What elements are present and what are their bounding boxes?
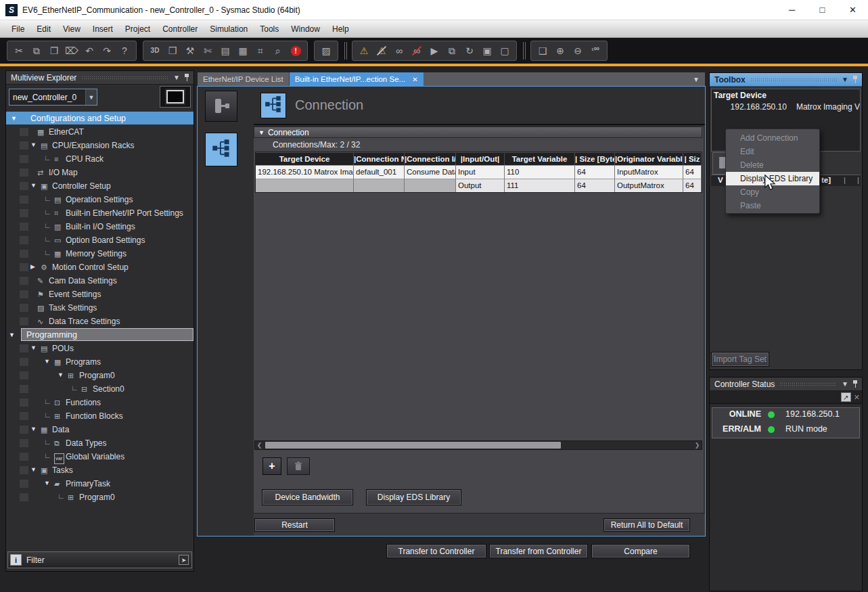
table-row[interactable]: 192.168.250.10 Matrox Imadefault_001Cons… bbox=[256, 165, 702, 179]
tree-item-built-in-i-o-settings[interactable]: ∟▥Built-in I/O Settings bbox=[6, 220, 193, 233]
chevron-down-icon[interactable]: ▼ bbox=[842, 380, 848, 388]
tree-item-tasks[interactable]: ▼▣Tasks bbox=[6, 463, 193, 477]
scrollbar-track[interactable] bbox=[264, 442, 693, 449]
tree-item-task-settings[interactable]: ▨Task Settings bbox=[6, 301, 193, 315]
expand-open-icon[interactable]: ▼ bbox=[30, 466, 37, 473]
tree-item-section0[interactable]: ∟⊟Section0 bbox=[6, 382, 193, 396]
menu-simulation[interactable]: Simulation bbox=[204, 20, 254, 37]
tree-item-programs[interactable]: ▼▦Programs bbox=[6, 355, 193, 369]
connection-section-header[interactable]: ▼ Connection bbox=[254, 127, 702, 138]
menu-file[interactable]: File bbox=[5, 20, 30, 37]
table-cell[interactable]: 192.168.250.10 Matrox Ima bbox=[256, 165, 354, 179]
target-device-item[interactable]: 192.168.250.10 Matrox Imaging V bbox=[712, 102, 860, 112]
start-monitoring-icon[interactable]: ∞ bbox=[390, 42, 408, 60]
chevron-down-icon[interactable]: ▼ bbox=[842, 76, 848, 83]
table-cell[interactable]: 64 bbox=[575, 179, 615, 192]
tree-item-pous[interactable]: ▼▤POUs bbox=[6, 342, 193, 355]
expand-open-icon[interactable]: ▼ bbox=[30, 141, 37, 148]
table-cell[interactable]: default_001 bbox=[354, 165, 405, 179]
transfer-from-controller-icon[interactable]: ▢ bbox=[496, 42, 513, 60]
device-bandwidth-button[interactable]: Device Bandwidth bbox=[262, 489, 353, 505]
tree-item-option-board-settings[interactable]: ∟▭Option Board Settings bbox=[6, 233, 193, 247]
menu-view[interactable]: View bbox=[57, 20, 87, 37]
expand-closed-icon[interactable]: ▶ bbox=[30, 263, 35, 270]
tree-item-i-o-map[interactable]: ⇄I/O Map bbox=[6, 166, 193, 179]
menu-project[interactable]: Project bbox=[119, 20, 156, 37]
popout-icon[interactable]: ↗ bbox=[841, 392, 851, 402]
return-all-to-default-button[interactable]: Return All to Default bbox=[603, 518, 690, 532]
tag-set-view-button[interactable] bbox=[205, 91, 237, 122]
go-online-icon[interactable]: ⚠ bbox=[355, 42, 373, 60]
tree-item-event-settings[interactable]: ⚑Event Settings bbox=[6, 288, 193, 301]
zoom-fit-icon[interactable]: ❑ bbox=[534, 42, 551, 60]
tree-item-controller-setup[interactable]: ▼▣Controller Setup bbox=[6, 179, 193, 193]
tab-built-in-ethernet-ip-ection-se[interactable]: Built-in EtherNet/IP...ection Se...✕ bbox=[290, 72, 424, 86]
scrollbar-thumb[interactable] bbox=[265, 442, 561, 449]
zoom-out-icon[interactable]: ⊖ bbox=[569, 42, 587, 60]
table-cell[interactable]: 64 bbox=[683, 179, 702, 192]
table-cell[interactable]: OutputMatrox bbox=[615, 179, 683, 192]
tree-item-global-variables[interactable]: ∟varGlobal Variables bbox=[6, 450, 193, 463]
tree-item-cpu-expansion-racks[interactable]: ▼▤CPU/Expansion Racks bbox=[6, 139, 193, 152]
variable-manager-icon[interactable]: ▨ bbox=[317, 42, 335, 60]
table-cell[interactable] bbox=[354, 179, 405, 192]
expand-open-icon[interactable]: ▼ bbox=[30, 182, 37, 189]
table-cell[interactable]: 64 bbox=[683, 165, 702, 179]
tree-item-motion-control-setup[interactable]: ▶⚙Motion Control Setup bbox=[6, 260, 193, 274]
search-icon[interactable]: ⌕ bbox=[269, 42, 287, 60]
tree-item-cam-data-settings[interactable]: ✎Cam Data Settings bbox=[6, 274, 193, 288]
help-icon[interactable]: ? bbox=[116, 42, 133, 60]
io-monitor-icon[interactable]: ▦ bbox=[234, 42, 252, 60]
table-cell[interactable] bbox=[256, 179, 354, 192]
tree-item-function-blocks[interactable]: ∟⊞Function Blocks bbox=[6, 409, 193, 423]
minimize-button[interactable]: ─ bbox=[777, 0, 807, 20]
pin-icon[interactable] bbox=[852, 380, 859, 388]
add-connection-button[interactable]: + bbox=[262, 457, 281, 475]
expand-open-icon[interactable]: ▼ bbox=[44, 480, 50, 486]
display-eds-library-button[interactable]: Display EDS Library bbox=[366, 489, 461, 505]
delete-connection-button[interactable] bbox=[287, 457, 310, 475]
table-cell[interactable]: 111 bbox=[505, 179, 575, 192]
maximize-button[interactable]: □ bbox=[807, 0, 838, 20]
tree-item-cpu-rack[interactable]: ∟≡CPU Rack bbox=[6, 152, 193, 166]
chevron-down-icon[interactable]: ▼ bbox=[173, 74, 180, 81]
tree-item-built-in-ethernet-ip-port-settings[interactable]: ∟⌗Built-in EtherNet/IP Port Settings bbox=[6, 206, 193, 220]
menu-controller[interactable]: Controller bbox=[156, 20, 204, 37]
table-cell[interactable]: InputMatrox bbox=[615, 165, 683, 179]
tab-ethernet-ip-device-list[interactable]: EtherNet/IP Device List bbox=[198, 72, 290, 86]
tree-section-configurations-and-setup[interactable]: Configurations and Setup▼ bbox=[6, 112, 193, 125]
expand-open-icon[interactable]: ▼ bbox=[11, 115, 17, 122]
table-cell[interactable] bbox=[405, 179, 456, 192]
horizontal-scrollbar[interactable]: ❮ ❯ bbox=[254, 440, 702, 450]
scroll-right-icon[interactable]: ❯ bbox=[693, 441, 702, 449]
transfer-to-controller-icon[interactable]: ▣ bbox=[478, 42, 496, 60]
zoom-100-icon[interactable]: ¹⁰⁰ bbox=[587, 42, 604, 60]
expand-open-icon[interactable]: ▼ bbox=[30, 426, 37, 432]
scroll-left-icon[interactable]: ❮ bbox=[255, 441, 264, 449]
close-button[interactable]: ✕ bbox=[838, 0, 868, 20]
abort-build-icon[interactable]: ✄ bbox=[199, 42, 216, 60]
close-icon[interactable]: ✕ bbox=[854, 393, 860, 402]
pulse-monitor-icon[interactable]: ⌗ bbox=[252, 42, 269, 60]
table-cell[interactable]: 110 bbox=[505, 165, 575, 179]
build-icon[interactable]: ⚒ bbox=[181, 42, 199, 60]
tree-item-ethercat[interactable]: ▦EtherCAT bbox=[6, 125, 193, 139]
watch-window-icon[interactable]: ▤ bbox=[216, 42, 234, 60]
controller-select[interactable]: new_Controller_0 ▼ bbox=[9, 89, 97, 106]
3d-view-icon[interactable]: 3D bbox=[146, 42, 164, 60]
table-cell[interactable]: Output bbox=[456, 179, 505, 192]
transfer-to-controller-button[interactable]: Transfer to Controller bbox=[386, 544, 486, 558]
expand-open-icon[interactable]: ▼ bbox=[30, 344, 37, 351]
undo-icon[interactable]: ↶ bbox=[81, 42, 98, 60]
copy-icon[interactable]: ⧉ bbox=[28, 42, 45, 60]
chevron-down-icon[interactable]: ▼ bbox=[85, 89, 97, 105]
table-cell[interactable]: Consume Data F bbox=[405, 165, 456, 179]
restart-button[interactable]: Restart bbox=[254, 518, 335, 532]
tab-overflow-icon[interactable]: ▼ bbox=[693, 76, 700, 83]
zoom-in-icon[interactable]: ⊕ bbox=[551, 42, 569, 60]
table-cell[interactable]: Input bbox=[456, 165, 505, 179]
tree-item-program0[interactable]: ∟⊞Program0 bbox=[6, 491, 193, 504]
window-layout-icon[interactable]: ❒ bbox=[164, 42, 181, 60]
compare-button[interactable]: Compare bbox=[591, 544, 690, 558]
cut-icon[interactable]: ✂ bbox=[10, 42, 28, 60]
